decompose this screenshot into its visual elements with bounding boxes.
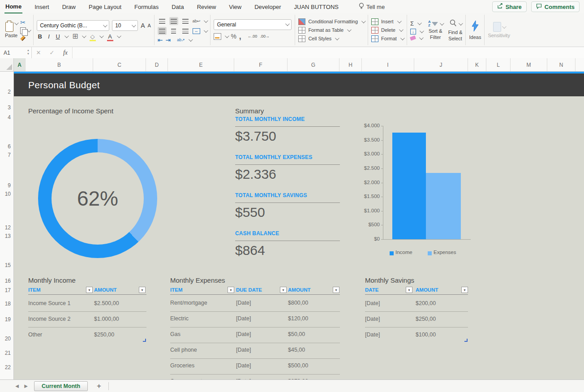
column-header-b[interactable]: B	[26, 58, 93, 71]
column-header-k[interactable]: K	[468, 58, 486, 71]
table-cell[interactable]: Income Source 2	[28, 316, 71, 322]
tab-insert[interactable]: Insert	[34, 0, 50, 13]
percent-style-button[interactable]: %	[231, 33, 236, 40]
row-header[interactable]: 19	[5, 316, 11, 323]
table-resize-handle[interactable]	[464, 339, 468, 342]
clear-button[interactable]	[410, 35, 416, 41]
filter-button[interactable]: ▼	[406, 287, 412, 293]
chevron-down-icon[interactable]	[117, 34, 121, 38]
table-cell[interactable]: Rent/mortgage	[170, 300, 207, 306]
column-header-m[interactable]: M	[511, 58, 547, 71]
underline-button[interactable]: U	[55, 33, 61, 40]
table-cell[interactable]: $200,00	[416, 300, 436, 306]
row-header[interactable]: 4	[8, 114, 11, 121]
table-cell[interactable]: [Date]	[236, 347, 251, 353]
chevron-down-icon[interactable]	[417, 21, 422, 25]
paste-button[interactable]: Paste	[5, 22, 17, 38]
table-cell[interactable]: $1.000,00	[94, 316, 119, 322]
align-center-button[interactable]	[169, 27, 178, 35]
table-cell[interactable]: Other	[28, 332, 42, 338]
autosum-button[interactable]: Σ	[410, 20, 414, 27]
decrease-decimal-button[interactable]: .00→	[260, 34, 270, 39]
chevron-down-icon[interactable]	[14, 21, 19, 25]
sheet-area[interactable]: Personal Budget Percentage of Income Spe…	[14, 72, 584, 379]
row-header[interactable]: 15	[5, 262, 11, 268]
select-all-corner[interactable]	[0, 58, 14, 72]
decrease-indent-button[interactable]: ⇤	[158, 37, 163, 43]
table-cell[interactable]: Groceries	[170, 362, 194, 369]
filter-button[interactable]: ▼	[228, 287, 234, 293]
align-left-button[interactable]	[158, 27, 167, 35]
tab-home[interactable]: Home	[4, 0, 22, 14]
sort-filter-button[interactable]: AZ Sort & Filter	[428, 20, 443, 40]
cut-button[interactable]: ✂	[20, 19, 30, 26]
column-header-g[interactable]: G	[288, 58, 339, 71]
row-header[interactable]: 9	[8, 182, 11, 189]
row-header[interactable]: 20	[5, 336, 11, 342]
column-header-d[interactable]: D	[146, 58, 168, 71]
format-as-table-button[interactable]: Format as Table	[298, 27, 365, 34]
column-header-e[interactable]: E	[168, 58, 234, 71]
format-painter-button[interactable]	[20, 36, 26, 41]
wrap-text-button[interactable]: ab↩	[193, 19, 201, 23]
shrink-font-button[interactable]: A	[147, 23, 150, 28]
table-cell[interactable]: $250,00	[94, 332, 114, 338]
chevron-down-icon[interactable]	[225, 34, 229, 38]
table-cell[interactable]: $500,00	[288, 362, 308, 369]
column-header-l[interactable]: L	[486, 58, 511, 71]
filter-button[interactable]: ▼	[280, 287, 287, 293]
bold-button[interactable]: B	[37, 33, 43, 40]
table-cell[interactable]: $120,00	[288, 315, 308, 322]
accounting-format-button[interactable]	[214, 33, 221, 40]
format-cells-button[interactable]: Format	[371, 35, 404, 42]
tab-data[interactable]: Data	[171, 0, 185, 13]
ideas-button[interactable]: Ideas	[469, 20, 481, 40]
name-box-stepper[interactable]: ▲ ▼	[27, 48, 30, 56]
chevron-down-icon[interactable]	[204, 18, 208, 23]
table-cell[interactable]: $50,00	[288, 331, 305, 337]
font-name-select[interactable]: Century Gothic (B...	[37, 20, 109, 31]
align-middle-button[interactable]	[169, 17, 178, 25]
row-header[interactable]: 18	[5, 301, 11, 307]
align-right-button[interactable]	[181, 27, 190, 35]
chevron-down-icon[interactable]	[189, 37, 193, 42]
formula-input[interactable]	[72, 47, 584, 58]
fill-color-button[interactable]: ◇	[90, 33, 96, 40]
table-cell[interactable]: [Date]	[236, 300, 251, 306]
table-cell[interactable]: [Date]	[236, 315, 251, 322]
row-header[interactable]: 2	[8, 89, 11, 95]
prev-sheet-arrow[interactable]: ◀	[13, 383, 21, 388]
name-box[interactable]: A1 ▲ ▼	[0, 47, 32, 58]
tab-developer[interactable]: Developer	[253, 0, 282, 13]
comments-button[interactable]: Comments	[531, 1, 580, 12]
conditional-formatting-button[interactable]: Conditional Formatting	[298, 18, 365, 25]
tell-me[interactable]: Tell me	[359, 3, 385, 11]
find-select-button[interactable]: Find & Select	[448, 19, 463, 41]
font-color-button[interactable]: A	[107, 33, 113, 40]
row-header[interactable]: 3	[8, 104, 11, 111]
row-header[interactable]: 22	[5, 364, 11, 370]
fill-button[interactable]: ↓	[410, 29, 416, 34]
row-header[interactable]: 10	[5, 191, 11, 197]
table-cell[interactable]: Electric	[170, 315, 189, 322]
column-header-j[interactable]: J	[414, 58, 468, 71]
filter-button[interactable]: ▼	[139, 287, 146, 293]
table-cell[interactable]: [Date]	[365, 332, 380, 338]
tab-juan-buttons[interactable]: JUAN BUTTONS	[293, 0, 339, 13]
row-header[interactable]: 6	[8, 143, 11, 150]
tab-draw[interactable]: Draw	[61, 0, 77, 13]
orientation-button[interactable]: ab↗	[177, 38, 185, 42]
cell-styles-button[interactable]: Cell Styles	[298, 35, 365, 42]
table-cell[interactable]: [Date]	[365, 316, 380, 322]
column-header-partial[interactable]	[575, 58, 584, 71]
italic-button[interactable]: I	[46, 33, 52, 40]
chevron-down-icon[interactable]	[420, 29, 424, 33]
chevron-down-icon[interactable]	[419, 35, 424, 40]
table-cell[interactable]: [Date]	[365, 300, 380, 306]
row-header[interactable]: 13	[5, 233, 11, 239]
tab-page-layout[interactable]: Page Layout	[88, 0, 122, 13]
table-cell[interactable]: Income Source 1	[28, 300, 71, 306]
row-header[interactable]: 7	[8, 152, 11, 158]
table-cell[interactable]: $45,00	[288, 347, 305, 353]
income-bar[interactable]	[392, 133, 426, 239]
